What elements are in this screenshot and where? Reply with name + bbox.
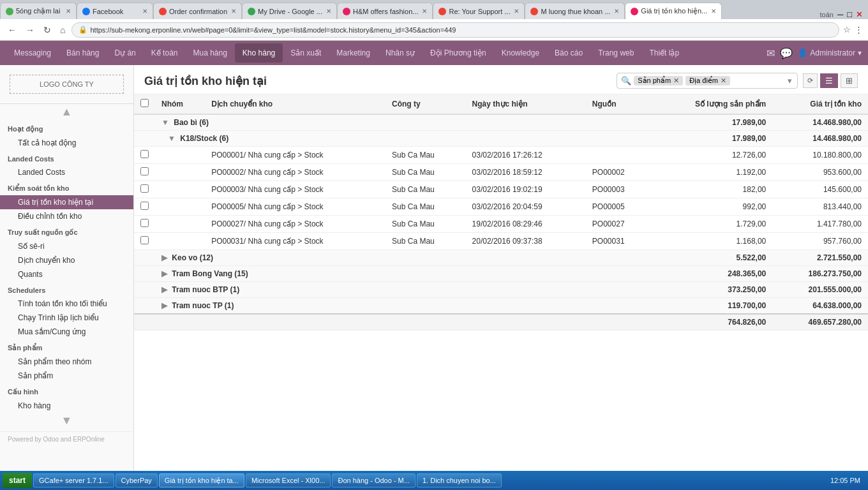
table-row[interactable]: PO00002/ Nhà cung cấp > Stock Sub Ca Mau… [134,164,868,181]
tab-support[interactable]: Re: Your Support ... ✕ [433,3,525,19]
group-row-tram-bong-vang[interactable]: ▶ Tram Bong Vang (15) 248.365,00 186.273… [134,266,868,282]
row-checkbox-cell[interactable] [134,147,155,164]
grid-view-button[interactable]: ⊞ [841,73,858,88]
group-row-keo-vo[interactable]: ▶ Keo vo (12) 5.522,00 2.721.550,00 [134,250,868,266]
sidebar-scroll-up[interactable]: ▲ [0,104,133,120]
select-all-checkbox[interactable] [140,99,149,107]
search-input[interactable] [733,77,784,85]
back-button[interactable]: ← [5,24,19,36]
nav-ke-toan[interactable]: Kế toán [144,43,186,63]
list-view-button[interactable]: ☰ [820,73,838,88]
taskbar-don-hang[interactable]: Đon hàng - Odoo - M... [332,473,415,487]
taskbar-dich-chuyen[interactable]: 1. Dich chuyen noi bo... [417,473,502,487]
tab-close-icon[interactable]: ✕ [614,8,619,15]
admin-menu[interactable]: 👤 Administrator ▾ [798,48,862,57]
row-checkbox-cell[interactable] [134,181,155,198]
sidebar-scroll-down[interactable]: ▼ [0,413,133,429]
taskbar-cyberpay[interactable]: CyberPay [116,473,158,487]
tab-gia-tri-ton-kho[interactable]: Giá trị tồn kho hiện... ✕ [625,3,722,19]
nav-thiet-lap[interactable]: Thiết lập [641,43,687,63]
taskbar-gia-tri-ton-kho[interactable]: Giá trị tồn kho hiện ta... [159,473,244,487]
group-toggle-icon[interactable]: ▶ [161,253,167,262]
refresh-button[interactable]: ⟳ [803,73,818,88]
sidebar-item-chay-trinh-lap-lich[interactable]: Chạy Trình lập lịch biểu [0,311,133,325]
sidebar-item-quants[interactable]: Quants [0,267,133,281]
row-checkbox[interactable] [140,219,149,227]
nav-du-an[interactable]: Dự án [107,43,143,63]
nav-nhan-su[interactable]: Nhân sự [378,43,423,63]
row-checkbox-cell[interactable] [134,164,155,181]
home-button[interactable]: ⌂ [57,24,68,36]
tab-hm[interactable]: H&M offers fashion... ✕ [337,3,433,19]
sidebar-item-dich-chuyen-kho[interactable]: Dịch chuyển kho [0,253,133,267]
table-row[interactable]: PO00031/ Nhà cung cấp > Stock Sub Ca Mau… [134,233,868,250]
tab-close-icon[interactable]: ✕ [711,8,716,15]
nav-doi-phuong-tien[interactable]: Đội Phương tiện [423,43,494,63]
chat-icon[interactable]: 💬 [780,47,793,59]
table-row[interactable]: PO00001/ Nhà cung cấp > Stock Sub Ca Mau… [134,147,868,164]
tab-close-icon[interactable]: ✕ [66,8,71,15]
tab-song-cham-lai[interactable]: 5óng chậm lai ✕ [0,3,77,19]
close-icon[interactable]: ✕ [856,10,863,19]
tab-facebook[interactable]: Facebook ✕ [77,3,153,19]
row-checkbox-cell[interactable] [134,216,155,233]
table-row[interactable]: PO00027/ Nhà cung cấp > Stock Sub Ca Mau… [134,216,868,233]
row-checkbox[interactable] [140,184,149,193]
tab-close-icon[interactable]: ✕ [326,8,331,15]
tab-google-drive[interactable]: My Drive - Google ... ✕ [242,3,337,19]
table-row[interactable]: PO00005/ Nhà cung cấp > Stock Sub Ca Mau… [134,198,868,216]
tab-close-icon[interactable]: ✕ [142,8,147,15]
search-tag-close-icon[interactable]: ✕ [673,77,679,85]
nav-marketing[interactable]: Marketing [329,43,378,63]
nav-messaging[interactable]: Messaging [6,43,59,63]
tab-close-icon[interactable]: ✕ [514,8,519,15]
nav-san-xuat[interactable]: Sản xuất [283,43,329,63]
mail-icon[interactable]: ✉ [767,47,775,59]
row-checkbox[interactable] [140,236,149,244]
row-checkbox-cell[interactable] [134,198,155,216]
subgroup-row-k18[interactable]: ▼ K18/Stock (6) 17.989,00 14.468.980,00 [134,131,868,147]
sidebar-item-mua-sam[interactable]: Mua sắm/Cung ứng [0,325,133,339]
sidebar-item-tat-ca-hoat-dong[interactable]: Tất cả hoạt động [0,136,133,150]
taskbar-gcafe[interactable]: GCafe+ server 1.7.1... [33,473,114,487]
tab-order-confirmation[interactable]: Order confirmation ✕ [153,3,242,19]
tab-luong[interactable]: M luong thue khoan ... ✕ [525,3,625,19]
start-button[interactable]: start [3,473,32,488]
nav-kho-hang[interactable]: Kho hàng [235,43,283,63]
nav-bao-cao[interactable]: Báo cáo [547,43,590,63]
settings-icon[interactable]: ⋮ [855,25,863,34]
bookmark-icon[interactable]: ☆ [843,25,851,34]
forward-button[interactable]: → [23,24,37,36]
table-row[interactable]: PO00003/ Nhà cung cấp > Stock Sub Ca Mau… [134,181,868,198]
sidebar-item-so-se-ri[interactable]: Số sê-ri [0,239,133,253]
search-bar[interactable]: 🔍 Sản phẩm ✕ Địa điểm ✕ ▾ [617,73,798,89]
url-input[interactable]: 🔒 https://sub-mekong.erponline.vn/web#pa… [71,22,839,38]
row-checkbox[interactable] [140,202,149,210]
search-tag-close-icon[interactable]: ✕ [721,77,726,85]
sidebar-item-landed-costs[interactable]: Landed Costs [0,165,133,179]
group-toggle-icon[interactable]: ▶ [161,301,167,310]
sidebar-item-kho-hang[interactable]: Kho hàng [0,399,133,413]
taskbar-excel[interactable]: Microsoft Excel - Xl00... [246,473,331,487]
group-row-tram-nuoc-btp[interactable]: ▶ Tram nuoc BTP (1) 373.250,00 201.555.0… [134,282,868,298]
sidebar-item-san-pham[interactable]: Sản phẩm [0,369,133,383]
nav-ban-hang[interactable]: Bán hàng [59,43,107,63]
maximize-icon[interactable]: □ [847,10,852,19]
subgroup-toggle-icon[interactable]: ▼ [168,134,176,143]
group-toggle-icon[interactable]: ▶ [161,285,167,294]
sidebar-item-gia-tri-ton-kho[interactable]: Giá trị tồn kho hiện tại [0,195,133,209]
group-toggle-icon[interactable]: ▶ [161,269,167,278]
group-row-tram-nuoc-tp[interactable]: ▶ Tram nuoc TP (1) 119.700,00 64.638.000… [134,298,868,315]
sidebar-item-tinh-toan-ton-kho[interactable]: Tính toán tồn kho tối thiểu [0,297,133,311]
tab-close-icon[interactable]: ✕ [422,8,427,15]
row-checkbox-cell[interactable] [134,233,155,250]
sidebar-item-dieu-chinh-ton-kho[interactable]: Điều chỉnh tồn kho [0,209,133,223]
minimize-icon[interactable]: ─ [837,10,843,19]
nav-mua-hang[interactable]: Mua hàng [185,43,234,63]
row-checkbox[interactable] [140,150,149,158]
nav-trang-web[interactable]: Trang web [590,43,641,63]
row-checkbox[interactable] [140,167,149,175]
reload-button[interactable]: ↻ [41,24,54,36]
sidebar-item-san-pham-theo-nhom[interactable]: Sản phẩm theo nhóm [0,355,133,369]
search-dropdown-icon[interactable]: ▾ [786,75,793,87]
